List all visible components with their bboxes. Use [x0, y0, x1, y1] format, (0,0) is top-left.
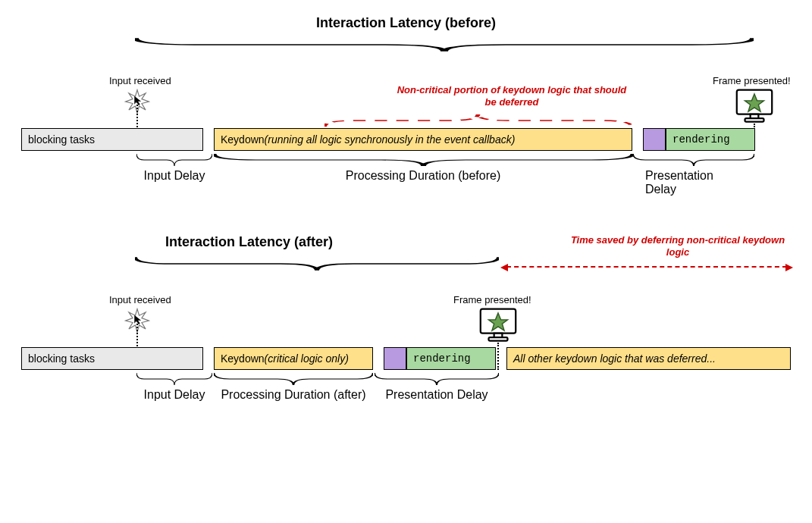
monitor-icon: [478, 306, 519, 344]
before-red-brace: [324, 113, 632, 128]
gap: [203, 347, 214, 370]
after-processing-label: Processing Duration (after): [221, 388, 365, 402]
before-blocking-label: blocking tasks: [28, 133, 95, 146]
after-purple-block: [384, 347, 406, 370]
after-deferred-label: All other keydown logic that was deferre…: [513, 352, 716, 365]
after-inputdelay-label: Input Delay: [144, 388, 205, 402]
before-rendering-block: rendering: [666, 128, 755, 151]
before-title: Interaction Latency (before): [21, 15, 791, 31]
before-input-label: Input received: [109, 75, 171, 86]
before-frame-label: Frame presented!: [713, 75, 791, 86]
before-keydown-italic: (running all logic synchronously in the …: [265, 133, 516, 146]
after-section: Time saved by deferring non-critical key…: [21, 234, 791, 393]
after-rendering-label: rendering: [413, 352, 471, 365]
gap: [632, 128, 643, 151]
before-inputdelay-label: Input Delay: [144, 169, 205, 183]
before-keydown-prefix: Keydown: [221, 133, 265, 146]
after-blocking-label: blocking tasks: [28, 352, 95, 365]
gap: [203, 128, 214, 151]
after-rendering-block: rendering: [406, 347, 496, 370]
monitor-icon: [734, 87, 775, 125]
after-processing-brace: [214, 371, 373, 387]
after-presentation-brace: [375, 371, 499, 387]
gap: [373, 347, 384, 370]
after-top-brace: [135, 255, 499, 272]
after-row: blocking tasks Keydown (critical logic o…: [21, 347, 791, 370]
before-keydown-block: Keydown (running all logic synchronously…: [214, 128, 632, 151]
before-presentation-brace: [633, 152, 754, 168]
before-processing-brace: [214, 152, 633, 168]
after-deferred-block: All other keydown logic that was deferre…: [506, 347, 791, 370]
after-input-label: Input received: [109, 294, 171, 305]
before-row: blocking tasks Keydown (running all logi…: [21, 128, 791, 151]
gap: [496, 347, 506, 370]
before-blocking-block: blocking tasks: [21, 128, 203, 151]
after-blocking-block: blocking tasks: [21, 347, 203, 370]
after-frame-label: Frame presented!: [453, 294, 531, 305]
before-processing-label: Processing Duration (before): [346, 169, 501, 183]
before-rendering-label: rendering: [672, 133, 730, 146]
after-presentation-label: Presentation Delay: [385, 388, 488, 402]
after-keydown-prefix: Keydown: [221, 352, 265, 365]
before-purple-block: [643, 128, 666, 151]
time-saved-arrow-icon: [506, 266, 787, 268]
before-top-brace: [135, 36, 754, 53]
before-warn-text: Non-critical portion of keydown logic th…: [394, 84, 629, 109]
after-inputdelay-brace: [136, 371, 212, 387]
after-keydown-block: Keydown (critical logic only): [214, 347, 373, 370]
before-presentation-label: Presentation Delay: [645, 169, 742, 196]
before-inputdelay-brace: [136, 152, 212, 168]
after-warn-text: Time saved by deferring non-critical key…: [564, 234, 792, 259]
after-keydown-italic: (critical logic only): [265, 352, 349, 365]
before-section: Interaction Latency (before) Input recei…: [21, 15, 791, 174]
